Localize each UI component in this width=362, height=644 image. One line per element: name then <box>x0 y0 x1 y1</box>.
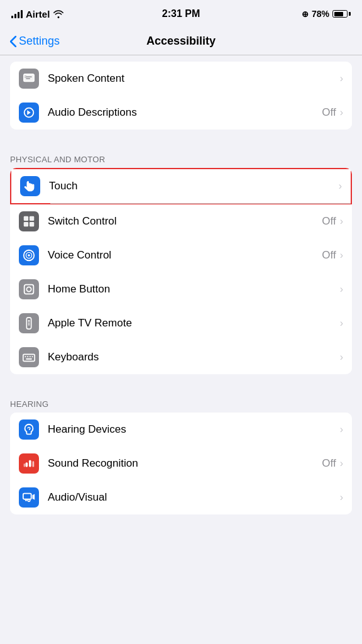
sound-recognition-item[interactable]: Sound Recognition Off › <box>10 447 352 480</box>
sound-recognition-svg <box>22 457 36 470</box>
home-button-item[interactable]: Home Button › <box>10 272 352 306</box>
apple-tv-remote-icon <box>19 313 39 333</box>
svg-rect-28 <box>24 464 25 467</box>
keyboards-icon <box>19 347 39 367</box>
hearing-list-group: Hearing Devices › Sound Recognition Off … <box>10 413 352 514</box>
voice-control-icon <box>19 245 39 265</box>
hearing-devices-svg <box>22 423 36 436</box>
switch-control-label: Switch Control <box>48 215 322 228</box>
status-bar: Airtel 2:31 PM ⊕ 78% <box>0 0 362 28</box>
sound-recognition-icon <box>19 453 39 474</box>
touch-label: Touch <box>49 180 339 192</box>
voice-control-item[interactable]: Voice Control Off › <box>10 238 352 272</box>
svg-rect-21 <box>27 356 28 357</box>
svg-rect-18 <box>28 325 30 325</box>
battery-icon <box>332 10 351 18</box>
audio-visual-label: Audio/Visual <box>48 491 340 504</box>
svg-text:≡: ≡ <box>25 74 27 79</box>
home-button-svg <box>22 282 36 296</box>
apple-tv-remote-svg <box>22 316 36 330</box>
svg-rect-7 <box>30 216 34 221</box>
audio-descriptions-chevron: › <box>340 107 343 118</box>
svg-point-16 <box>28 320 30 322</box>
svg-rect-19 <box>23 354 35 361</box>
svg-rect-8 <box>24 222 28 226</box>
svg-rect-20 <box>25 356 26 357</box>
hearing-devices-chevron: › <box>340 424 343 435</box>
audio-visual-chevron: › <box>340 492 343 503</box>
home-button-icon <box>19 279 39 299</box>
svg-rect-29 <box>23 494 31 499</box>
switch-control-icon <box>19 211 39 231</box>
audio-descriptions-svg <box>22 106 36 119</box>
spoken-content-icon: ≡ <box>19 69 39 89</box>
hearing-devices-icon <box>19 419 39 440</box>
back-chevron-icon <box>10 36 16 47</box>
physical-motor-list-group: Touch › Switch Control Off › <box>10 168 352 374</box>
audio-visual-svg <box>22 491 36 504</box>
voice-control-value: Off <box>322 249 336 262</box>
back-label: Settings <box>19 35 60 48</box>
spoken-content-chevron: › <box>340 73 343 84</box>
spoken-content-label: Spoken Content <box>48 72 340 85</box>
svg-rect-17 <box>28 323 30 323</box>
keyboards-svg <box>22 350 36 364</box>
nav-bar: Settings Accessibility <box>0 28 362 55</box>
svg-rect-27 <box>33 461 35 467</box>
rotation-lock-icon: ⊕ <box>302 9 309 19</box>
touch-item[interactable]: Touch › <box>10 168 352 204</box>
svg-point-12 <box>28 254 30 257</box>
apple-tv-remote-item[interactable]: Apple TV Remote › <box>10 306 352 340</box>
home-button-chevron: › <box>340 284 343 295</box>
hearing-header: Hearing <box>0 387 362 413</box>
audio-descriptions-icon <box>19 103 39 123</box>
battery-percentage: 78% <box>312 9 329 19</box>
svg-rect-26 <box>29 460 31 467</box>
svg-point-14 <box>26 287 31 291</box>
audio-descriptions-item[interactable]: Audio Descriptions Off › <box>10 96 352 130</box>
svg-rect-13 <box>25 285 34 294</box>
svg-rect-23 <box>32 356 33 357</box>
status-right: ⊕ 78% <box>302 9 351 19</box>
touch-svg <box>23 179 37 193</box>
top-section: ≡ Spoken Content › Audio Descriptions Of… <box>0 62 362 130</box>
top-list-group: ≡ Spoken Content › Audio Descriptions Of… <box>10 62 352 130</box>
switch-control-value: Off <box>322 215 336 228</box>
hearing-section: Hearing Hearing Devices › <box>0 387 362 514</box>
home-button-label: Home Button <box>48 283 340 296</box>
voice-control-label: Voice Control <box>48 249 322 262</box>
signal-bars-icon <box>11 9 23 18</box>
status-time: 2:31 PM <box>162 8 200 19</box>
audio-visual-item[interactable]: Audio/Visual › <box>10 480 352 514</box>
spoken-content-svg: ≡ <box>22 72 36 86</box>
page-title: Accessibility <box>146 35 216 48</box>
back-button[interactable]: Settings <box>10 35 60 48</box>
touch-icon <box>20 176 40 196</box>
sound-recognition-label: Sound Recognition <box>48 457 322 470</box>
sound-recognition-value: Off <box>322 457 336 470</box>
carrier-label: Airtel <box>26 9 50 19</box>
keyboards-item[interactable]: Keyboards › <box>10 340 352 374</box>
switch-control-chevron: › <box>340 216 343 227</box>
audio-descriptions-label: Audio Descriptions <box>48 106 322 119</box>
voice-control-chevron: › <box>340 250 343 261</box>
audio-visual-icon <box>19 487 39 508</box>
switch-control-item[interactable]: Switch Control Off › <box>10 204 352 238</box>
spoken-content-item[interactable]: ≡ Spoken Content › <box>10 62 352 96</box>
switch-control-svg <box>22 214 36 228</box>
apple-tv-remote-chevron: › <box>340 318 343 329</box>
status-left: Airtel <box>11 9 64 19</box>
svg-rect-22 <box>30 356 31 357</box>
physical-motor-section: Physical and Motor Touch › Switch <box>0 142 362 374</box>
keyboards-label: Keyboards <box>48 351 340 364</box>
audio-descriptions-value: Off <box>322 106 336 119</box>
svg-point-31 <box>25 499 27 501</box>
physical-motor-header: Physical and Motor <box>0 142 362 168</box>
svg-rect-24 <box>26 358 31 360</box>
hearing-devices-item[interactable]: Hearing Devices › <box>10 413 352 447</box>
hearing-devices-label: Hearing Devices <box>48 423 340 436</box>
svg-point-30 <box>28 499 30 502</box>
svg-rect-9 <box>30 222 34 226</box>
touch-chevron: › <box>339 180 342 192</box>
svg-rect-6 <box>24 216 28 221</box>
